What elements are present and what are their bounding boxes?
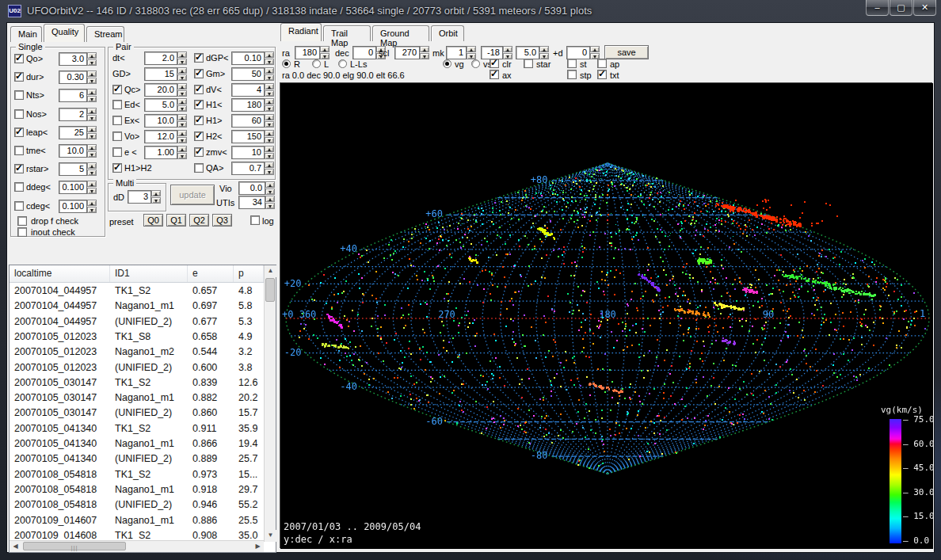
ax-checkbox[interactable]	[490, 70, 499, 79]
pair-dGP-spin-up-button[interactable]	[265, 51, 274, 58]
pair-H1-spin-down-button[interactable]	[265, 105, 274, 112]
scl-spin-down-button[interactable]	[420, 53, 429, 59]
vio-spin-up-button[interactable]	[265, 181, 275, 188]
utis-spin-up-button[interactable]	[265, 196, 275, 202]
radio-r[interactable]	[282, 59, 291, 68]
pair-Ex-value[interactable]: 10.0	[144, 114, 177, 128]
lim-value[interactable]: 5.0	[516, 46, 539, 59]
ap-checkbox[interactable]	[597, 59, 607, 68]
ra-spin-up-button[interactable]	[320, 46, 330, 52]
plus-d-value[interactable]: 0	[566, 46, 590, 59]
pair-H1-value[interactable]: 180	[231, 98, 265, 112]
utis-value[interactable]: 34	[238, 196, 265, 209]
inout-check-checkbox[interactable]	[17, 227, 27, 237]
pair-e-value[interactable]: 1.00	[144, 146, 177, 159]
pair-Gm-spin-up-button[interactable]	[265, 67, 274, 74]
lim-spin-down-button[interactable]	[539, 53, 549, 59]
scl-spin-up-button[interactable]	[420, 46, 429, 52]
table-row[interactable]: 20070105_041340TK1_S20.91135.9	[10, 421, 264, 436]
single-Nts-value[interactable]: 6	[59, 89, 87, 102]
pair-Vo-spin-up-button[interactable]	[177, 130, 187, 136]
pair-dV-value[interactable]: 4	[231, 83, 265, 97]
titlebar[interactable]: U02 UFOOrbitV2 -- 146 ID / 318803 rec (2…	[0, 0, 941, 22]
pair-Ed-spin-down-button[interactable]	[177, 105, 187, 112]
tab-quality[interactable]: Quality	[44, 24, 85, 42]
minimize-button[interactable]: –	[866, 0, 889, 16]
single-dur-spin-up-button[interactable]	[87, 70, 97, 77]
pair-Gm-spin-down-button[interactable]	[265, 74, 274, 81]
table-row[interactable]: 20070104_044957TK1_S20.6574.8	[10, 284, 264, 299]
single-leap-spin-down-button[interactable]	[87, 133, 97, 139]
scroll-up-arrow[interactable]: ▲	[265, 265, 276, 277]
single-cdeg-spin-down-button[interactable]	[87, 207, 97, 213]
single-Nts-spin-up-button[interactable]	[87, 89, 97, 95]
table-row[interactable]: 20070105_012023Nagano1_m20.5443.2	[10, 345, 264, 360]
single-cdeg-checkbox[interactable]	[14, 201, 24, 211]
pair-Vo-checkbox[interactable]	[112, 131, 122, 141]
table-row[interactable]: 20070108_054818Nagano1_m10.91829.7	[10, 482, 264, 497]
single-tme-spin-up-button[interactable]	[87, 144, 97, 150]
single-dur-checkbox[interactable]	[14, 72, 24, 82]
pair-GD-spin-up-button[interactable]	[177, 67, 187, 74]
pair-dGP-value[interactable]: 0.10	[231, 51, 265, 65]
table-horizontal-scrollbar[interactable]: ◀ ||| ▶	[10, 540, 264, 552]
pair-H2-spin-down-button[interactable]	[265, 137, 274, 143]
pair-zmv-spin-up-button[interactable]	[265, 146, 274, 152]
single-Nos-checkbox[interactable]	[14, 109, 24, 119]
pair-dt-value[interactable]: 2.0	[144, 51, 177, 65]
pair-Ex-checkbox[interactable]	[112, 116, 122, 125]
single-cdeg-value[interactable]: 0.100	[59, 200, 87, 213]
single-ddeg-value[interactable]: 0.100	[59, 181, 87, 194]
single-dur-spin-down-button[interactable]	[87, 78, 97, 84]
single-Qo-spin-up-button[interactable]	[87, 52, 97, 59]
single-rstar-spin-down-button[interactable]	[87, 170, 97, 176]
mag-spin-down-button[interactable]	[503, 53, 512, 59]
pair-Gm-value[interactable]: 50	[231, 67, 265, 81]
tab-main[interactable]: Main	[10, 26, 42, 42]
pair-Qc-checkbox[interactable]	[112, 85, 122, 94]
pair-H1-value[interactable]: 60	[231, 114, 265, 128]
pair-e-spin-up-button[interactable]	[177, 146, 187, 152]
drop-f-check-checkbox[interactable]	[17, 216, 27, 226]
table-row[interactable]: 20070105_030147Nagano1_m10.88220.2	[10, 390, 264, 406]
radio-l-ls[interactable]	[338, 59, 347, 68]
column-header-ID1[interactable]: ID1	[110, 265, 188, 282]
vio-spin-down-button[interactable]	[265, 189, 275, 195]
pair-Qc-spin-down-button[interactable]	[177, 90, 187, 97]
tab-stream[interactable]: Stream	[86, 26, 124, 42]
pair-H1-checkbox[interactable]	[194, 100, 204, 109]
pair-zmv-checkbox[interactable]	[194, 147, 204, 157]
single-Qo-spin-down-button[interactable]	[87, 59, 97, 66]
mk-spin-down-button[interactable]	[467, 53, 476, 59]
table-row[interactable]: 20070105_012023(UNIFIED_2)0.6003.8	[10, 360, 264, 375]
single-Nos-spin-down-button[interactable]	[87, 115, 97, 121]
utis-spin-down-button[interactable]	[265, 203, 275, 209]
single-Qo-value[interactable]: 3.0	[59, 52, 87, 66]
pair-Gm-checkbox[interactable]	[194, 69, 204, 78]
vertical-scroll-thumb[interactable]	[265, 278, 275, 302]
radio-vs[interactable]	[471, 59, 480, 68]
table-row[interactable]: 20070105_041340(UNIFIED_2)0.88925.7	[10, 451, 264, 467]
single-ddeg-spin-up-button[interactable]	[87, 181, 97, 187]
single-Nos-value[interactable]: 2	[59, 108, 87, 121]
single-leap-checkbox[interactable]	[14, 128, 24, 137]
pair-dGP-spin-down-button[interactable]	[265, 59, 274, 65]
preset-q2-button[interactable]: Q2	[189, 214, 209, 227]
column-header-e[interactable]: e	[188, 265, 234, 282]
pair-dt-spin-down-button[interactable]	[177, 59, 187, 65]
scl-value[interactable]: 270	[394, 46, 420, 59]
pair-dGP-checkbox[interactable]	[194, 53, 204, 63]
single-dur-value[interactable]: 0.30	[59, 70, 87, 84]
tab-orbit[interactable]: Orbit	[431, 25, 464, 41]
pair-Ex-spin-up-button[interactable]	[177, 114, 187, 120]
table-row[interactable]: 20070104_044957(UNIFIED_2)0.6775.3	[10, 314, 264, 330]
pair-zmv-spin-down-button[interactable]	[265, 153, 274, 159]
pair-Ex-spin-down-button[interactable]	[177, 121, 187, 128]
pair-H2-checkbox[interactable]	[194, 131, 204, 141]
update-button[interactable]: update	[170, 185, 215, 205]
column-header-localtime[interactable]: localtime	[10, 265, 110, 282]
tab-trail-map[interactable]: Trail Map	[323, 25, 371, 41]
single-tme-spin-down-button[interactable]	[87, 151, 97, 158]
single-leap-spin-up-button[interactable]	[87, 126, 97, 132]
horizontal-scroll-thumb[interactable]: |||	[23, 542, 126, 550]
